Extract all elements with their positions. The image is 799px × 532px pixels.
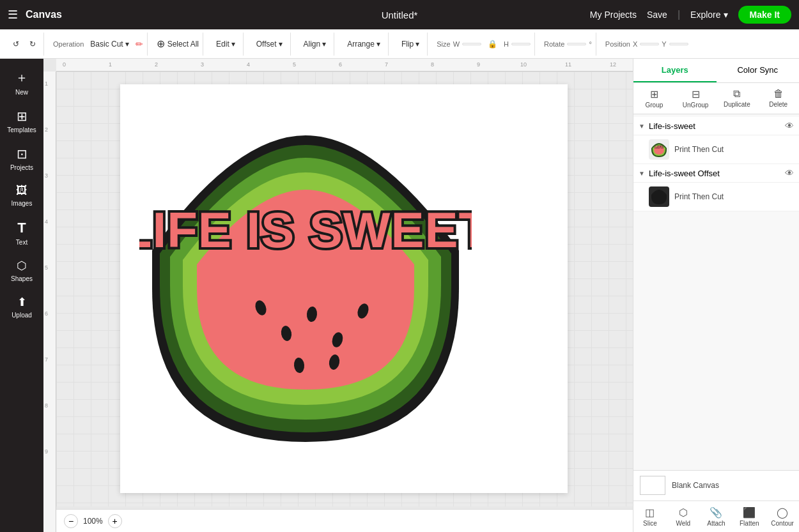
canvas-area[interactable]: 0 1 2 3 4 5 6 7 8 9 10 11 12 1 2 3 4 5 6… [43,59,633,532]
group-label: Group [645,102,663,109]
make-it-button[interactable]: Make It [738,6,791,24]
redo-button[interactable]: ↻ [26,38,40,50]
ruler-9: 9 [477,61,480,68]
layer-item-2[interactable]: Print Then Cut [633,183,799,211]
blank-canvas-row[interactable]: Blank Canvas [633,471,799,501]
toolbar: ↺ ↻ Operation Basic Cut ▾ ✏ ⊕ Select All… [0,29,799,59]
rotate-unit: ° [589,40,591,48]
sidebar-item-upload[interactable]: ⬆ Upload [3,290,41,324]
duplicate-icon: ⧉ [733,88,740,100]
sidebar-item-shapes[interactable]: ⬡ Shapes [3,254,41,287]
layer-2-thumbnail [649,186,669,207]
group2-name: Life-is-sweet Offset [649,169,781,178]
delete-label: Delete [769,101,787,108]
explore-button[interactable]: Explore ▾ [690,10,727,20]
left-sidebar: ＋ New ⊞ Templates ⊡ Projects 🖼 Images T … [0,59,43,532]
sidebar-item-new[interactable]: ＋ New [3,64,41,101]
ruler-horizontal: 0 1 2 3 4 5 6 7 8 9 10 11 12 [56,59,633,72]
sidebar-shapes-label: Shapes [11,275,33,282]
sidebar-new-label: New [15,89,28,96]
layer-1-label: Print Then Cut [674,145,724,154]
delete-icon: 🗑 [773,88,784,100]
offset-group: Offset ▾ [249,33,291,56]
main-layout: ＋ New ⊞ Templates ⊡ Projects 🖼 Images T … [0,59,799,532]
sidebar-item-images[interactable]: 🖼 Images [3,179,41,212]
undo-button[interactable]: ↺ [9,38,23,50]
design-element[interactable]: LIFE IS SWEET [139,110,472,467]
rotate-value[interactable] [567,43,586,45]
offset-button[interactable]: Offset ▾ [252,38,286,50]
x-value[interactable] [640,43,659,45]
align-group: Align ▾ [296,33,335,56]
group-tool[interactable]: ⊞ Group [633,83,675,114]
arrange-group: Arrange ▾ [339,33,389,56]
layer-group-1-header[interactable]: ▼ Life-is-sweet 👁 [633,117,799,135]
ruler-10: 10 [520,61,527,68]
group1-visibility-icon[interactable]: 👁 [785,121,794,131]
thumbnail-svg-1: LIFE [650,141,668,158]
flip-button[interactable]: Flip ▾ [398,38,423,50]
ungroup-tool[interactable]: ⊟ UnGroup [675,83,717,114]
ruler-7: 7 [385,61,388,68]
flatten-icon: ⬛ [743,506,756,519]
y-value[interactable] [669,43,688,45]
contour-label: Contour [771,520,794,527]
save-link[interactable]: Save [647,10,667,20]
layer-group-2: ▼ Life-is-sweet Offset 👁 Print Then Cut [633,164,799,211]
layer-group-1: ▼ Life-is-sweet 👁 LIFE Print Then Cut [633,117,799,164]
x-label: X [633,40,637,48]
canvas-content[interactable]: LIFE IS SWEET [56,72,633,506]
my-projects-link[interactable]: My Projects [590,10,637,20]
duplicate-tool[interactable]: ⧉ Duplicate [717,83,758,114]
arrange-button[interactable]: Arrange ▾ [343,38,384,50]
group-icon: ⊞ [650,88,658,100]
right-panel: Layers Color Sync ⊞ Group ⊟ UnGroup ⧉ Du… [633,59,799,532]
layer-item-1[interactable]: LIFE Print Then Cut [633,135,799,164]
flip-group: Flip ▾ [394,33,428,56]
zoom-out-button[interactable]: − [64,514,78,528]
slice-tool[interactable]: ◫ Slice [633,501,667,532]
flatten-tool[interactable]: ⬛ Flatten [733,501,766,532]
group2-visibility-icon[interactable]: 👁 [785,168,794,178]
hamburger-menu-icon[interactable]: ☰ [8,8,18,22]
height-value[interactable] [511,43,531,45]
v-ruler-2: 2 [45,126,48,133]
contour-icon: ◯ [777,506,788,519]
h-label: H [504,40,509,48]
attach-tool[interactable]: 📎 Attach [700,501,733,532]
separator: | [678,9,680,20]
lock-icon[interactable]: 🔒 [484,38,501,50]
tab-layers[interactable]: Layers [633,59,717,82]
ungroup-icon: ⊟ [692,88,700,100]
blank-canvas-thumbnail [640,476,665,495]
zoom-in-button[interactable]: + [108,514,122,528]
contour-tool[interactable]: ◯ Contour [766,501,799,532]
operation-select[interactable]: Basic Cut ▾ [86,38,132,50]
sidebar-upload-label: Upload [12,312,32,319]
tab-color-sync[interactable]: Color Sync [717,59,800,82]
weld-tool[interactable]: ⬡ Weld [667,501,700,532]
slice-label: Slice [643,520,657,527]
width-value[interactable] [462,43,481,45]
ruler-1: 1 [109,61,112,68]
size-group: Size W 🔒 H [433,33,535,56]
select-all-button[interactable]: ⊕ Select All [157,38,199,50]
design-text: LIFE IS SWEET [139,202,472,258]
layer-group-2-header[interactable]: ▼ Life-is-sweet Offset 👁 [633,164,799,183]
sidebar-item-templates[interactable]: ⊞ Templates [3,103,41,139]
shapes-icon: ⬡ [17,259,27,273]
group1-arrow-icon: ▼ [639,123,645,130]
duplicate-label: Duplicate [724,101,750,108]
sidebar-item-text[interactable]: T Text [3,215,41,251]
svg-text:LIFE: LIFE [655,145,663,149]
delete-tool[interactable]: 🗑 Delete [757,83,799,114]
position-group: Position X Y [601,33,692,56]
sidebar-item-projects[interactable]: ⊡ Projects [3,141,41,176]
v-ruler-9: 9 [45,448,48,455]
align-button[interactable]: Align ▾ [300,38,330,50]
ruler-2: 2 [155,61,158,68]
flatten-label: Flatten [740,520,759,527]
document-title[interactable]: Untitled* [382,10,418,20]
edit-button[interactable]: Edit ▾ [212,38,239,50]
operation-group: Operation Basic Cut ▾ ✏ [49,33,148,56]
